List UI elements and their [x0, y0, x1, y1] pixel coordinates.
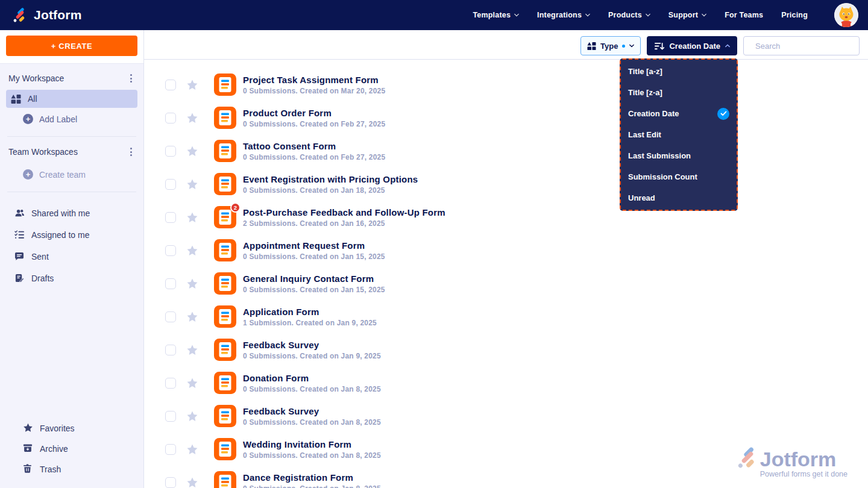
form-icon[interactable] — [214, 272, 236, 295]
sidebar-item[interactable]: Drafts — [6, 268, 137, 289]
form-title[interactable]: Appointment Request Form — [243, 240, 385, 251]
form-title[interactable]: Event Registration with Pricing Options — [243, 174, 418, 184]
row-checkbox[interactable] — [165, 245, 176, 256]
star-icon[interactable] — [186, 145, 198, 157]
form-title[interactable]: Product Order Form — [243, 108, 385, 118]
star-icon[interactable] — [186, 278, 198, 290]
form-title[interactable]: Tattoo Consent Form — [243, 141, 385, 151]
form-icon[interactable] — [214, 305, 236, 328]
my-workspace-menu-icon[interactable] — [125, 73, 136, 84]
create-button[interactable]: + CREATE — [6, 36, 137, 56]
jotform-logo[interactable]: Jotform — [12, 7, 82, 23]
sidebar-item[interactable]: Assigned to me — [6, 225, 137, 245]
form-row-text: Appointment Request Form 0 Submissions. … — [243, 240, 385, 261]
row-checkbox[interactable] — [165, 278, 176, 289]
form-title[interactable]: Donation Form — [243, 373, 381, 383]
sort-menu-item[interactable]: Last Submission — [621, 145, 737, 166]
row-checkbox[interactable] — [165, 212, 176, 223]
sidebar-item[interactable]: Archive — [6, 439, 137, 458]
row-checkbox[interactable] — [165, 411, 176, 422]
row-checkbox[interactable] — [165, 146, 176, 157]
sidebar-item[interactable]: Sent — [6, 246, 137, 267]
sort-menu-item[interactable]: Unread — [621, 187, 737, 208]
form-title[interactable]: Project Task Assignment Form — [243, 75, 385, 85]
chevron-up-icon — [725, 43, 730, 48]
create-team-button[interactable]: + Create team — [0, 163, 143, 186]
top-nav-item[interactable]: Integrations — [537, 11, 590, 19]
form-title[interactable]: Feedback Survey — [243, 406, 381, 416]
create-team-text: Create team — [39, 170, 86, 180]
form-icon[interactable] — [214, 471, 236, 488]
sidebar-item[interactable]: Shared with me — [6, 203, 137, 224]
user-avatar[interactable] — [834, 3, 858, 27]
chevron-down-icon — [702, 13, 706, 17]
form-icon[interactable] — [214, 339, 236, 361]
team-workspaces-menu-icon[interactable] — [125, 146, 136, 157]
star-icon[interactable] — [186, 443, 198, 455]
form-title[interactable]: Dance Registration Form — [243, 472, 381, 483]
form-icon[interactable] — [214, 239, 236, 261]
form-icon[interactable] — [214, 107, 236, 129]
sort-button[interactable]: Creation Date — [647, 36, 737, 55]
form-row-text: Project Task Assignment Form 0 Submissio… — [243, 75, 385, 95]
row-checkbox[interactable] — [165, 444, 176, 455]
top-nav-item[interactable]: Pricing — [781, 11, 808, 19]
row-checkbox[interactable] — [165, 378, 176, 389]
star-icon[interactable] — [186, 311, 198, 323]
form-icon[interactable] — [214, 173, 236, 195]
sidebar-item-all[interactable]: All — [6, 90, 137, 108]
sort-menu-item-label: Title [z-a] — [628, 88, 662, 97]
add-label-button[interactable]: + Add Label — [0, 108, 143, 130]
form-icon[interactable] — [214, 140, 236, 162]
row-checkbox[interactable] — [165, 179, 176, 190]
sort-menu-item[interactable]: Last Edit — [621, 124, 737, 145]
form-icon[interactable]: 2 — [214, 206, 236, 228]
star-icon[interactable] — [186, 344, 198, 356]
top-nav-item[interactable]: Support — [668, 11, 706, 19]
star-icon[interactable] — [186, 211, 198, 224]
star-icon[interactable] — [186, 245, 198, 257]
star-icon[interactable] — [186, 178, 198, 190]
top-nav-item[interactable]: For Teams — [725, 11, 763, 19]
star-icon[interactable] — [186, 377, 198, 389]
sort-menu-item[interactable]: Submission Count — [621, 166, 737, 187]
form-icon[interactable] — [214, 405, 236, 427]
star-icon[interactable] — [186, 477, 198, 488]
form-row: Appointment Request Form 0 Submissions. … — [165, 239, 868, 261]
row-checkbox[interactable] — [165, 113, 176, 124]
team-workspaces-header: Team Workspaces — [0, 143, 143, 163]
star-icon[interactable] — [186, 112, 198, 124]
form-title[interactable]: Feedback Survey — [243, 340, 381, 350]
top-nav-item[interactable]: Products — [608, 11, 650, 19]
sort-dropdown-menu: Title [a-z] Title [z-a] Creation Date La… — [620, 58, 738, 211]
top-nav-item[interactable]: Templates — [473, 11, 519, 19]
type-filter-button[interactable]: Type — [580, 36, 641, 55]
checklist-icon — [14, 230, 25, 240]
plus-circle-icon: + — [23, 114, 33, 124]
search-input[interactable] — [755, 42, 861, 51]
sort-menu-item[interactable]: Title [a-z] — [621, 61, 737, 82]
form-row: 2 Post-Purchase Feedback and Follow-Up F… — [165, 206, 868, 228]
form-icon[interactable] — [214, 372, 236, 394]
watermark-brand: Jotform — [760, 449, 848, 469]
form-title[interactable]: Application Form — [243, 307, 377, 317]
form-icon[interactable] — [214, 438, 236, 460]
sort-menu-item-label: Last Edit — [628, 130, 661, 139]
form-icon[interactable] — [214, 74, 236, 96]
sidebar-item[interactable]: Trash — [6, 459, 137, 479]
form-meta: 0 Submissions. Created on Feb 27, 2025 — [243, 120, 385, 128]
row-checkbox[interactable] — [165, 80, 176, 90]
row-checkbox[interactable] — [165, 345, 176, 355]
grid-icon — [587, 42, 596, 51]
sidebar-item[interactable]: Favorites — [6, 418, 137, 438]
sort-menu-item[interactable]: Title [z-a] — [621, 82, 737, 103]
form-list: Project Task Assignment Form 0 Submissio… — [144, 60, 868, 488]
star-icon[interactable] — [186, 79, 198, 91]
form-title[interactable]: General Inquiry Contact Form — [243, 274, 385, 284]
form-title[interactable]: Post-Purchase Feedback and Follow-Up For… — [243, 207, 445, 217]
row-checkbox[interactable] — [165, 311, 176, 322]
sort-menu-item[interactable]: Creation Date — [621, 103, 737, 124]
row-checkbox[interactable] — [165, 477, 176, 488]
star-icon[interactable] — [186, 410, 198, 422]
form-title[interactable]: Wedding Invitation Form — [243, 439, 381, 449]
